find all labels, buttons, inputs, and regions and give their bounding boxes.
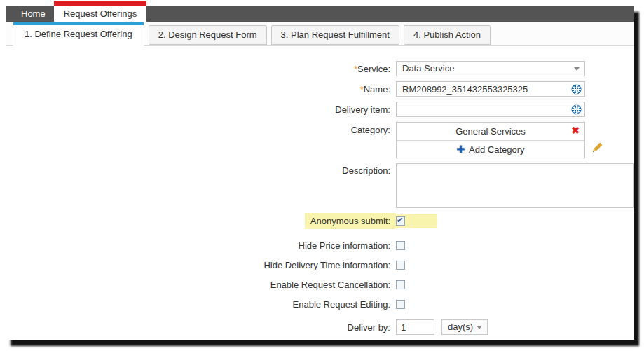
nav-tab-request-offerings[interactable]: Request Offerings — [54, 1, 147, 22]
hide-delivery-time-checkbox[interactable] — [396, 261, 405, 270]
deliver-by-unit-select[interactable]: day(s) — [441, 319, 488, 335]
hide-delivery-time-label: Hide Delivery Time information: — [6, 260, 396, 270]
plus-icon: ✚ — [456, 144, 465, 155]
add-category-button[interactable]: ✚ Add Category — [397, 140, 584, 158]
edit-pencil-icon[interactable] — [590, 142, 603, 158]
description-label: Description: — [6, 163, 396, 176]
highlight: Anonymous submit: — [305, 213, 396, 229]
delivery-item-label: Delivery item: — [6, 104, 396, 115]
deliver-by-row: Deliver by: day(s) — [6, 319, 634, 335]
description-field[interactable] — [396, 163, 634, 208]
nav-tab-home[interactable]: Home — [13, 6, 54, 22]
enable-cancellation-row: Enable Request Cancellation: — [6, 275, 634, 294]
chevron-down-icon — [574, 67, 580, 71]
enable-editing-label: Enable Request Editing: — [6, 299, 396, 310]
enable-editing-row: Enable Request Editing: — [6, 294, 634, 314]
category-item-label: General Services — [455, 126, 526, 137]
globe-icon[interactable] — [571, 104, 582, 118]
chevron-down-icon — [477, 326, 482, 329]
hide-price-checkbox[interactable] — [396, 241, 405, 250]
globe-icon[interactable] — [571, 84, 582, 97]
top-nav: Home Request Offerings — [6, 6, 634, 22]
name-label: *Name: — [6, 84, 396, 95]
highlight — [396, 214, 437, 228]
define-request-offering-form: *Service: Data Service *Name: — [6, 46, 634, 335]
enable-cancellation-label: Enable Request Cancellation: — [6, 280, 396, 290]
enable-cancellation-checkbox[interactable] — [396, 280, 405, 289]
delivery-item-field[interactable] — [396, 102, 585, 117]
category-row: Category: General Services ✖ ✚ Add Categ… — [6, 122, 634, 158]
name-row: *Name: — [6, 81, 634, 97]
description-row: Description: — [6, 163, 634, 208]
tab-design-request-form[interactable]: 2. Design Request Form — [149, 25, 267, 45]
deliver-by-value-field[interactable] — [396, 319, 434, 335]
add-category-label: Add Category — [469, 144, 525, 155]
wizard-steps: 1. Define Request Offering 2. Design Req… — [6, 22, 634, 46]
app-window: Home Request Offerings 1. Define Request… — [6, 6, 634, 340]
remove-category-icon[interactable]: ✖ — [571, 125, 580, 135]
hide-price-label: Hide Price information: — [6, 240, 396, 251]
page: Home Request Offerings 1. Define Request… — [0, 0, 644, 351]
service-label: *Service: — [6, 64, 396, 74]
anonymous-submit-label: Anonymous submit: — [6, 213, 396, 229]
delivery-item-row: Delivery item: — [6, 102, 634, 117]
hide-price-row: Hide Price information: — [6, 235, 634, 255]
anonymous-submit-checkbox[interactable] — [396, 216, 405, 226]
tab-publish-action[interactable]: 4. Publish Action — [404, 25, 491, 45]
category-box: General Services ✖ ✚ Add Category — [396, 122, 585, 158]
service-select[interactable]: Data Service — [396, 61, 585, 76]
anonymous-submit-row: Anonymous submit: — [6, 213, 634, 229]
tab-define-request-offering[interactable]: 1. Define Request Offering — [13, 22, 144, 46]
service-selected-value: Data Service — [402, 63, 454, 74]
name-field[interactable] — [396, 81, 585, 97]
hide-delivery-time-row: Hide Delivery Time information: — [6, 255, 634, 275]
tab-plan-request-fulfillment[interactable]: 3. Plan Request Fulfillment — [271, 25, 399, 45]
deliver-by-unit-value: day(s) — [448, 322, 473, 332]
enable-editing-checkbox[interactable] — [396, 300, 405, 309]
category-item: General Services ✖ — [397, 123, 584, 140]
service-row: *Service: Data Service — [6, 61, 634, 76]
category-label: Category: — [6, 122, 396, 135]
deliver-by-label: Deliver by: — [6, 322, 396, 333]
